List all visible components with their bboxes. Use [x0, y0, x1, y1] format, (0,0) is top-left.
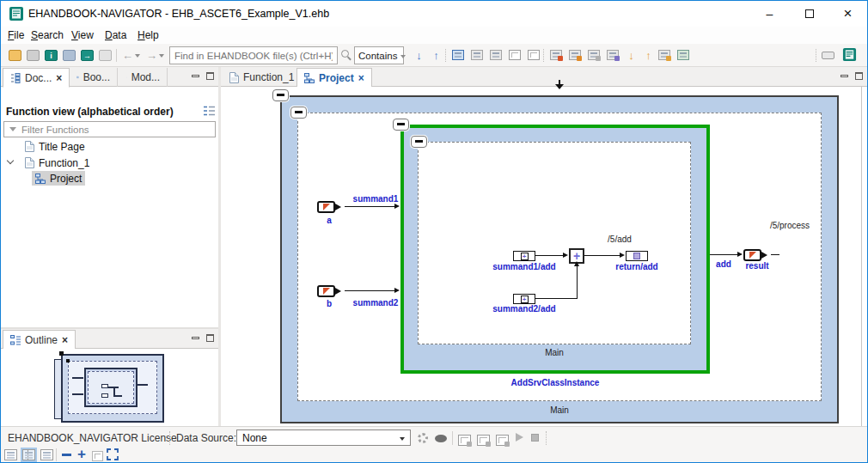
tab-models[interactable]: Mod...	[119, 68, 168, 87]
view-single-page-icon[interactable]	[4, 449, 17, 460]
zoom-out-icon[interactable]	[62, 454, 71, 456]
annotate-disabled-icon[interactable]	[586, 48, 601, 63]
app-logo-icon	[9, 6, 24, 21]
block-summand1-add[interactable]: +	[513, 251, 535, 261]
window-layout-icon[interactable]	[675, 48, 690, 63]
tab-label: Function_1	[243, 71, 294, 83]
collapse-instance-region-button[interactable]	[411, 136, 427, 148]
stop-icon[interactable]	[531, 434, 539, 442]
tab-outline[interactable]: Outline ×	[3, 330, 76, 350]
refresh-structure-icon[interactable]	[657, 48, 671, 63]
back-icon[interactable]: ←	[120, 48, 135, 63]
show-structure-icon[interactable]	[450, 48, 465, 63]
instance-label: AddSrvClassInstance	[400, 378, 710, 387]
tree-item-function-1[interactable]: Function_1	[21, 155, 93, 170]
menu-file[interactable]: File	[4, 28, 28, 42]
save-icon[interactable]	[26, 48, 40, 63]
export-icon[interactable]: →	[80, 48, 95, 63]
outline-marker	[66, 359, 70, 362]
expand-chevron-icon[interactable]	[8, 161, 13, 163]
maximize-panel-icon[interactable]	[204, 333, 216, 343]
close-icon[interactable]: ×	[56, 72, 62, 84]
minimize-panel-icon[interactable]	[838, 71, 850, 81]
tree-item-title-page[interactable]: Title Page	[21, 139, 89, 154]
data-source-select[interactable]: None	[236, 429, 411, 446]
play-icon[interactable]	[516, 433, 523, 442]
step-up-icon[interactable]: ↑	[641, 48, 656, 63]
close-button[interactable]: ×	[828, 1, 867, 26]
settings-gear-icon[interactable]	[418, 433, 428, 443]
structure-option-icon[interactable]	[469, 48, 484, 63]
forward-icon[interactable]: →	[144, 48, 159, 63]
contains-dropdown[interactable]: Contains	[354, 46, 404, 64]
annotate-a-icon[interactable]	[567, 48, 582, 63]
wire-s2-vertical	[577, 265, 578, 299]
visibility-eye-icon[interactable]	[435, 435, 447, 442]
find-previous-icon[interactable]: ↑	[429, 48, 443, 63]
list-view-icon[interactable]	[507, 48, 522, 63]
menu-data[interactable]: Data	[101, 28, 130, 42]
minimize-panel-icon[interactable]	[189, 333, 201, 343]
maximize-panel-icon[interactable]	[204, 71, 216, 81]
table-view-icon[interactable]	[526, 48, 541, 63]
zoom-in-icon[interactable]: +	[77, 448, 86, 460]
arrowhead-icon	[394, 288, 400, 293]
tab-function-1[interactable]: Function_1	[223, 68, 302, 87]
close-icon[interactable]: ×	[62, 334, 68, 346]
outline-canvas[interactable]	[1, 349, 218, 426]
inner-main-label: Main	[418, 348, 691, 357]
experiment-icon[interactable]	[496, 433, 509, 448]
menu-search[interactable]: Search	[28, 28, 67, 42]
annotate-d-icon[interactable]	[548, 48, 563, 63]
find-next-icon[interactable]: ↓	[412, 48, 426, 63]
block-return-add[interactable]	[626, 251, 648, 261]
annotate-purple-icon[interactable]	[605, 48, 620, 63]
statusbar-separator	[169, 431, 170, 445]
collapse-outer-region-button[interactable]	[290, 107, 307, 119]
menu-help[interactable]: Help	[134, 28, 162, 42]
minimize-panel-icon[interactable]	[189, 71, 201, 81]
wire-summand1	[345, 206, 394, 207]
fit-view-icon[interactable]	[107, 448, 119, 460]
keyboard-icon[interactable]	[821, 48, 835, 63]
tab-documents[interactable]: Doc... ×	[3, 68, 70, 88]
output-port-result[interactable]	[743, 249, 767, 261]
pdf-icon[interactable]	[98, 48, 113, 63]
collapse-outer-button[interactable]	[272, 89, 289, 101]
collapse-instance-button[interactable]	[393, 119, 409, 131]
open-file-icon[interactable]	[8, 48, 22, 63]
input-port-b[interactable]	[317, 285, 341, 297]
tab-bookmarks[interactable]: Boo...	[70, 68, 118, 87]
view-presentation-icon[interactable]	[40, 449, 53, 460]
chevron-down-icon	[400, 437, 405, 441]
page-icon	[229, 72, 239, 83]
step-down-icon[interactable]: ↓	[624, 48, 639, 63]
measurement-icon[interactable]	[477, 433, 490, 448]
port-body	[317, 201, 335, 213]
structure-option2-icon[interactable]	[488, 48, 503, 63]
menu-view[interactable]: View	[68, 28, 97, 42]
zoom-100-icon[interactable]	[92, 449, 103, 463]
minimize-button[interactable]: –	[750, 1, 789, 26]
input-port-a[interactable]	[317, 201, 341, 213]
tab-project[interactable]: Project ×	[296, 68, 372, 88]
plus-mini-icon: +	[521, 295, 529, 303]
tree-item-project[interactable]: Project	[32, 171, 85, 186]
outline-wire	[72, 377, 83, 379]
search-input[interactable]	[170, 48, 337, 64]
block-summand2-add[interactable]: +	[513, 294, 535, 304]
view-split-icon[interactable]	[22, 449, 35, 460]
print-icon[interactable]	[62, 48, 76, 63]
result-label: result	[740, 261, 774, 271]
info-book-icon[interactable]: i	[44, 48, 58, 63]
menu-bar: File Search View Data Help	[1, 27, 867, 44]
view-menu-icon[interactable]	[204, 106, 215, 116]
app-help-icon[interactable]	[842, 47, 857, 62]
close-icon[interactable]: ×	[358, 72, 364, 84]
maximize-panel-icon[interactable]	[853, 71, 865, 81]
filter-input[interactable]	[21, 125, 215, 135]
calibration-icon[interactable]	[458, 433, 471, 448]
maximize-button[interactable]	[790, 1, 828, 26]
tree-item-label: Title Page	[39, 141, 85, 153]
block-return-add-label: return/add	[602, 262, 671, 271]
